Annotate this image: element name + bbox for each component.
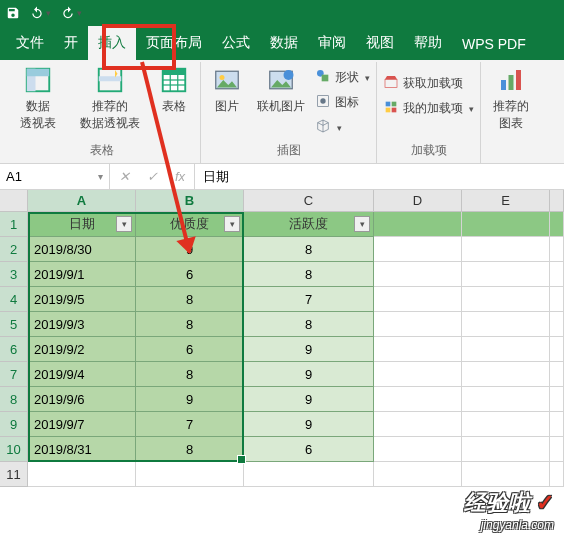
my-addins-button[interactable]: 我的加载项▾	[383, 99, 474, 118]
cell[interactable]: 9	[244, 362, 374, 387]
cell[interactable]: 9	[244, 337, 374, 362]
cell[interactable]	[462, 287, 550, 312]
row-header[interactable]: 10	[0, 437, 28, 462]
pivottable-button[interactable]: 数据 透视表	[10, 64, 66, 132]
cell[interactable]: 9	[244, 412, 374, 437]
col-header-A[interactable]: A	[28, 190, 136, 211]
tab-home[interactable]: 开	[54, 26, 88, 60]
cell[interactable]	[550, 212, 564, 237]
row-header[interactable]: 9	[0, 412, 28, 437]
row-header[interactable]: 1	[0, 212, 28, 237]
name-box[interactable]: A1	[0, 164, 110, 189]
cell[interactable]	[374, 212, 462, 237]
cell[interactable]	[462, 387, 550, 412]
formula-input[interactable]: 日期	[195, 164, 564, 189]
table-button[interactable]: 表格	[154, 64, 194, 132]
cell[interactable]: 2019/8/31	[28, 437, 136, 462]
pictures-button[interactable]: 图片	[207, 64, 247, 137]
row-header[interactable]: 6	[0, 337, 28, 362]
redo-button[interactable]: ▾	[61, 6, 82, 20]
cell[interactable]	[550, 262, 564, 287]
filter-button[interactable]: ▾	[354, 216, 370, 232]
cell[interactable]: 8	[136, 287, 244, 312]
cell[interactable]: 2019/9/3	[28, 312, 136, 337]
cell[interactable]: 2019/9/2	[28, 337, 136, 362]
cell[interactable]	[374, 262, 462, 287]
cell[interactable]	[374, 362, 462, 387]
cell[interactable]	[462, 262, 550, 287]
row-header[interactable]: 8	[0, 387, 28, 412]
filter-button[interactable]: ▾	[116, 216, 132, 232]
table-header-cell[interactable]: 日期 ▾	[28, 212, 136, 237]
cell[interactable]: 9	[244, 387, 374, 412]
cell[interactable]	[462, 312, 550, 337]
cell[interactable]	[374, 437, 462, 462]
icons-button[interactable]: 图标	[315, 93, 370, 112]
row-header[interactable]: 7	[0, 362, 28, 387]
cell[interactable]	[28, 462, 136, 487]
cell[interactable]	[550, 312, 564, 337]
cell[interactable]	[550, 462, 564, 487]
cell[interactable]	[550, 337, 564, 362]
cell[interactable]: 2019/8/30	[28, 237, 136, 262]
row-header[interactable]: 2	[0, 237, 28, 262]
recommended-charts-button[interactable]: 推荐的 图表	[487, 64, 535, 132]
cell[interactable]: 2019/9/4	[28, 362, 136, 387]
row-header[interactable]: 11	[0, 462, 28, 487]
cell[interactable]: 8	[136, 362, 244, 387]
cell[interactable]: 2019/9/6	[28, 387, 136, 412]
col-header-C[interactable]: C	[244, 190, 374, 211]
tab-file[interactable]: 文件	[6, 26, 54, 60]
select-all-corner[interactable]	[0, 190, 28, 211]
cell[interactable]: 6	[244, 437, 374, 462]
cell[interactable]	[374, 412, 462, 437]
3dmodels-button[interactable]: ▾	[315, 118, 370, 137]
cell[interactable]	[550, 387, 564, 412]
row-header[interactable]: 3	[0, 262, 28, 287]
cell[interactable]: 8	[244, 262, 374, 287]
tab-wpspdf[interactable]: WPS PDF	[452, 28, 536, 60]
cell[interactable]: 7	[244, 287, 374, 312]
tab-pagelayout[interactable]: 页面布局	[136, 26, 212, 60]
col-header-F[interactable]	[550, 190, 564, 211]
cell[interactable]	[136, 462, 244, 487]
online-pictures-button[interactable]: 联机图片	[255, 64, 307, 137]
cell[interactable]: 8	[244, 237, 374, 262]
cell[interactable]: 2019/9/1	[28, 262, 136, 287]
save-button[interactable]	[6, 6, 20, 20]
enter-button[interactable]: ✓	[138, 169, 166, 184]
tab-formulas[interactable]: 公式	[212, 26, 260, 60]
cell[interactable]	[550, 237, 564, 262]
filter-button[interactable]: ▾	[224, 216, 240, 232]
cell[interactable]	[462, 412, 550, 437]
get-addins-button[interactable]: 获取加载项	[383, 74, 474, 93]
cell[interactable]: 8	[244, 312, 374, 337]
cell[interactable]	[550, 287, 564, 312]
shapes-button[interactable]: 形状▾	[315, 68, 370, 87]
cell[interactable]	[462, 462, 550, 487]
cell[interactable]	[374, 387, 462, 412]
cell[interactable]: 7	[136, 412, 244, 437]
cell[interactable]: 2019/9/7	[28, 412, 136, 437]
cell[interactable]	[244, 462, 374, 487]
tab-review[interactable]: 审阅	[308, 26, 356, 60]
cell[interactable]: 2019/9/5	[28, 287, 136, 312]
col-header-D[interactable]: D	[374, 190, 462, 211]
cell[interactable]	[550, 437, 564, 462]
cell[interactable]	[374, 237, 462, 262]
col-header-E[interactable]: E	[462, 190, 550, 211]
cell[interactable]	[374, 287, 462, 312]
tab-data[interactable]: 数据	[260, 26, 308, 60]
cell[interactable]: 6	[136, 262, 244, 287]
cell[interactable]: 8	[136, 312, 244, 337]
col-header-B[interactable]: B	[136, 190, 244, 211]
cell[interactable]	[462, 212, 550, 237]
cell[interactable]: 9	[136, 387, 244, 412]
row-header[interactable]: 4	[0, 287, 28, 312]
tab-insert[interactable]: 插入	[88, 26, 136, 60]
cell[interactable]	[462, 237, 550, 262]
table-header-cell[interactable]: 优质度 ▾	[136, 212, 244, 237]
cell[interactable]	[374, 337, 462, 362]
cell[interactable]: 8	[136, 437, 244, 462]
cell[interactable]	[374, 312, 462, 337]
